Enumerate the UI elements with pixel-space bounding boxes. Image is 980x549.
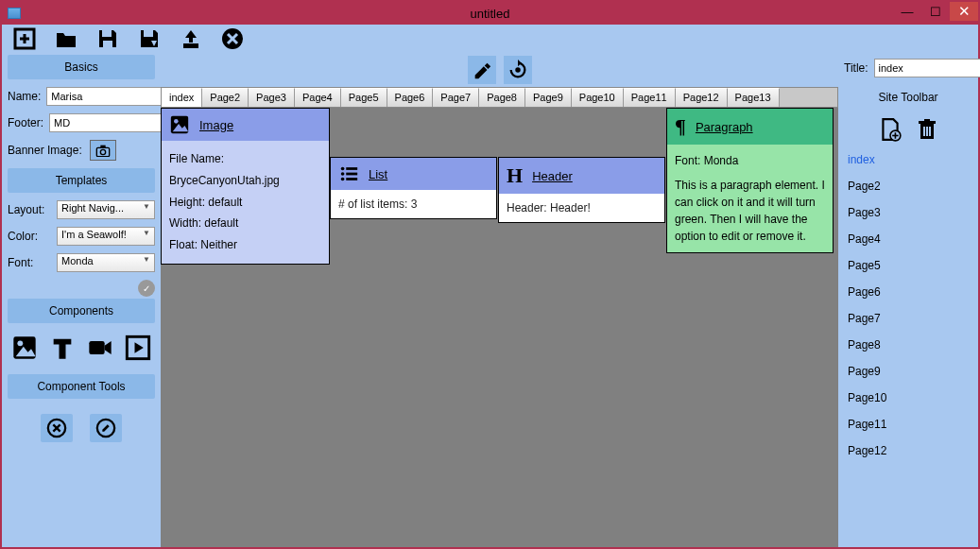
footer-label: Footer:	[8, 116, 43, 129]
svg-point-23	[174, 119, 179, 124]
header-component[interactable]: H Header Header: Header!	[498, 157, 665, 223]
list-icon	[338, 163, 359, 184]
text-component-icon[interactable]	[49, 335, 76, 361]
slideshow-component-icon[interactable]	[125, 335, 151, 361]
maximize-button[interactable]: ☐	[921, 2, 950, 21]
refresh-button[interactable]	[504, 56, 532, 84]
page-list: indexPage2Page3Page4Page5Page6Page7Page8…	[844, 153, 972, 457]
export-icon[interactable]	[178, 27, 204, 50]
svg-rect-37	[926, 127, 928, 136]
svg-rect-15	[89, 341, 104, 354]
page-link-page8[interactable]: Page8	[848, 338, 972, 352]
cancel-circle-icon[interactable]	[219, 27, 246, 50]
basics-header: Basics	[8, 55, 155, 79]
svg-rect-25	[346, 167, 357, 170]
open-folder-icon[interactable]	[53, 27, 79, 50]
left-sidebar: Basics Name: Footer: Banner Image: Templ…	[2, 53, 161, 547]
component-tools-header: Component Tools	[8, 374, 155, 399]
page-link-page9[interactable]: Page9	[848, 365, 972, 378]
edit-tool-button[interactable]	[90, 414, 122, 442]
minimize-button[interactable]: —	[893, 2, 921, 21]
svg-point-21	[515, 67, 521, 73]
tab-page8[interactable]: Page8	[479, 88, 525, 107]
save-icon[interactable]	[95, 27, 121, 50]
paragraph-font: Font: Monda	[675, 152, 825, 169]
tab-page3[interactable]: Page3	[249, 88, 295, 107]
header-text: Header: Header!	[507, 201, 657, 214]
page-link-page12[interactable]: Page12	[848, 444, 972, 457]
font-select[interactable]: Monda	[57, 253, 155, 272]
svg-rect-36	[923, 127, 925, 136]
tab-page12[interactable]: Page12	[676, 88, 728, 107]
tab-index[interactable]: index	[162, 88, 202, 107]
layout-select[interactable]: Right Navig...	[57, 200, 155, 219]
tab-page13[interactable]: Page13	[728, 88, 780, 107]
page-link-page11[interactable]: Page11	[848, 418, 972, 431]
tab-page5[interactable]: Page5	[341, 88, 387, 107]
tab-page6[interactable]: Page6	[387, 88, 434, 107]
video-component-icon[interactable]	[87, 335, 113, 361]
image-icon	[169, 114, 190, 135]
page-link-page2[interactable]: Page2	[848, 180, 972, 193]
svg-rect-12	[100, 146, 105, 148]
tab-page2[interactable]: Page2	[202, 88, 249, 107]
name-label: Name:	[8, 90, 41, 103]
image-component[interactable]: Image File Name: BryceCanyonUtah.jpg Hei…	[161, 108, 330, 265]
templates-header: Templates	[8, 168, 155, 193]
svg-rect-5	[144, 30, 153, 37]
title-label: Title:	[844, 61, 868, 75]
tab-page9[interactable]: Page9	[525, 88, 572, 107]
remove-tool-button[interactable]	[41, 414, 73, 442]
page-link-page5[interactable]: Page5	[848, 259, 972, 272]
window-title: untitled	[471, 7, 510, 21]
components-header: Components	[8, 299, 155, 323]
add-page-icon[interactable]	[878, 117, 903, 142]
app-icon	[8, 8, 21, 19]
page-link-page7[interactable]: Page7	[848, 312, 972, 325]
site-toolbar-header: Site Toolbar	[844, 83, 972, 112]
paragraph-body: This is a paragraph element. I can click…	[675, 177, 825, 245]
save-as-icon[interactable]	[136, 27, 163, 50]
edit-mode-button[interactable]	[468, 56, 496, 84]
close-button[interactable]: ✕	[950, 2, 978, 21]
svg-rect-6	[183, 43, 198, 48]
paragraph-title: Paragraph	[696, 120, 753, 134]
image-component-icon[interactable]	[11, 335, 38, 361]
tab-page10[interactable]: Page10	[572, 88, 624, 107]
image-float: Float: Neither	[169, 234, 321, 256]
image-height: Height: default	[169, 192, 321, 214]
title-input[interactable]	[874, 59, 980, 77]
svg-point-28	[341, 178, 345, 181]
paragraph-icon: ¶	[675, 114, 686, 139]
list-count: # of list items: 3	[338, 197, 489, 211]
image-title: Image	[199, 118, 233, 132]
titlebar: untitled — ☐ ✕	[2, 2, 978, 25]
svg-rect-3	[102, 30, 112, 37]
page-link-page4[interactable]: Page4	[848, 232, 972, 246]
tab-page4[interactable]: Page4	[295, 88, 341, 107]
layout-label: Layout:	[8, 203, 51, 216]
list-title: List	[369, 167, 387, 181]
color-select[interactable]: I'm a Seawolf!	[57, 227, 155, 246]
paragraph-component[interactable]: ¶ Paragraph Font: Monda This is a paragr…	[666, 108, 834, 253]
right-sidebar: Title: Site Toolbar indexPage2Page3Page4…	[838, 53, 978, 547]
color-label: Color:	[8, 230, 51, 243]
image-width: Width: default	[169, 213, 321, 234]
svg-point-24	[341, 167, 345, 171]
page-link-index[interactable]: index	[848, 153, 972, 166]
banner-label: Banner Image:	[8, 144, 82, 157]
banner-image-button[interactable]	[90, 140, 116, 161]
apply-check-icon[interactable]: ✓	[138, 280, 155, 297]
canvas[interactable]: Image File Name: BryceCanyonUtah.jpg Hei…	[161, 108, 838, 547]
svg-rect-29	[346, 178, 357, 180]
page-link-page10[interactable]: Page10	[848, 391, 972, 404]
new-file-icon[interactable]	[11, 27, 38, 50]
svg-rect-27	[346, 173, 357, 176]
header-icon: H	[507, 163, 523, 188]
tab-page7[interactable]: Page7	[433, 88, 479, 107]
list-component[interactable]: List # of list items: 3	[330, 157, 497, 219]
page-link-page6[interactable]: Page6	[848, 285, 972, 299]
page-link-page3[interactable]: Page3	[848, 206, 972, 219]
delete-page-icon[interactable]	[916, 117, 938, 142]
tab-page11[interactable]: Page11	[624, 88, 676, 107]
